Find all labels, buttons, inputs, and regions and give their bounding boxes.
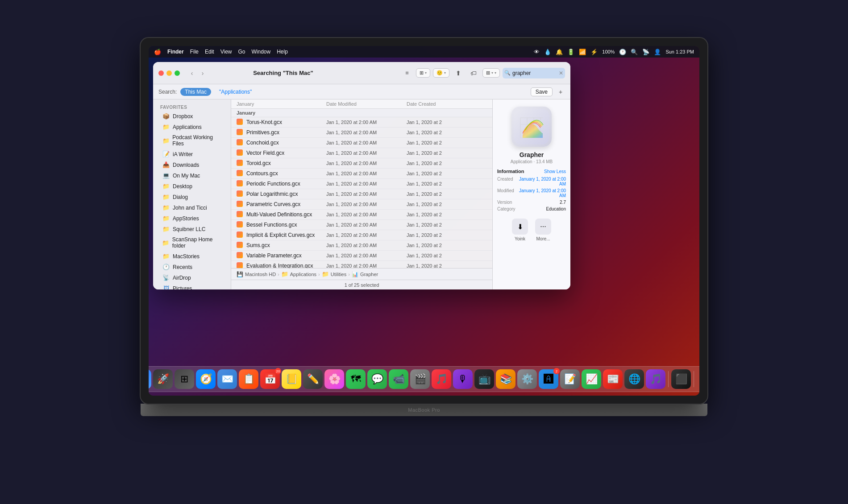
search-clear-btn[interactable]: ✕ bbox=[559, 70, 563, 76]
search-box[interactable]: 🔍 grapher ✕ bbox=[503, 68, 565, 78]
dock-appstore[interactable]: 🅰 2 bbox=[539, 369, 558, 389]
table-row[interactable]: Toroid.gcx Jan 1, 2020 at 2:00 AM Jan 1,… bbox=[231, 158, 492, 169]
sidebar-item-recents[interactable]: 🕐 Recents bbox=[155, 262, 229, 272]
sidebar-item-squibner[interactable]: 📁 Squibner LLC bbox=[155, 224, 229, 234]
close-button[interactable] bbox=[158, 70, 164, 76]
sidebar-item-applications[interactable]: 📁 Applications bbox=[155, 122, 229, 132]
forward-button[interactable]: › bbox=[198, 68, 208, 78]
table-row[interactable]: Torus-Knot.gcx Jan 1, 2020 at 2:00 AM Ja… bbox=[231, 117, 492, 128]
table-row[interactable]: Variable Parameter.gcx Jan 1, 2020 at 2:… bbox=[231, 251, 492, 261]
dock-music2[interactable]: 🎵 bbox=[646, 369, 665, 389]
preview-app-icon bbox=[511, 107, 552, 147]
dock-appletv[interactable]: 📺 bbox=[474, 369, 494, 389]
menu-view[interactable]: View bbox=[220, 49, 232, 55]
sidebar-item-airdrop[interactable]: 📡 AirDrop bbox=[155, 273, 229, 283]
add-filter-btn[interactable]: + bbox=[556, 87, 565, 96]
path-applications[interactable]: 📁 Applications bbox=[281, 271, 316, 277]
dock-maps[interactable]: 🗺 bbox=[346, 369, 366, 389]
table-row[interactable]: Evaluation & Integration.gcx Jan 1, 2020… bbox=[231, 261, 492, 268]
scope-applications[interactable]: "Applications" bbox=[215, 88, 256, 96]
tag-btn[interactable]: 🏷 bbox=[467, 68, 480, 78]
table-row[interactable]: Parametric Curves.gcx Jan 1, 2020 at 2:0… bbox=[231, 199, 492, 210]
dock-music[interactable]: 🎵 bbox=[432, 369, 451, 389]
menu-finder[interactable]: Finder bbox=[167, 49, 184, 55]
table-row[interactable]: Polar Logarithmic.gcx Jan 1, 2020 at 2:0… bbox=[231, 189, 492, 199]
path-utilities[interactable]: 📁 Utilities bbox=[322, 271, 346, 277]
table-row[interactable]: Bessel Functions.gcx Jan 1, 2020 at 2:00… bbox=[231, 220, 492, 230]
dock-calendar[interactable]: 📅 20 bbox=[260, 369, 280, 389]
sidebar-label-dialog: Dialog bbox=[173, 194, 188, 200]
dock-notes[interactable]: 📒 bbox=[282, 369, 301, 389]
dock-reminders[interactable]: 📋 bbox=[239, 369, 258, 389]
minimize-button[interactable] bbox=[166, 70, 172, 76]
file-list-scroll[interactable]: January Torus-Knot.gcx Jan 1, 2020 at 2:… bbox=[231, 109, 492, 268]
dock-finder[interactable]: 🔵 bbox=[149, 369, 151, 389]
more-btn[interactable]: ··· More... bbox=[535, 219, 551, 241]
info-row-category: Category Education bbox=[497, 207, 566, 211]
sidebar-item-iawriter[interactable]: 📝 iA Writer bbox=[155, 149, 229, 159]
dock-podcasts[interactable]: 🎙 bbox=[453, 369, 473, 389]
dock-wipr[interactable]: 🌐 bbox=[624, 369, 644, 389]
table-row[interactable]: Primitives.gcx Jan 1, 2020 at 2:00 AM Ja… bbox=[231, 128, 492, 138]
path-macintosh[interactable]: 💾 Macintosh HD bbox=[237, 271, 276, 277]
sidebar-item-desktop[interactable]: 📁 Desktop bbox=[155, 181, 229, 191]
back-button[interactable]: ‹ bbox=[187, 68, 197, 78]
dock-preferences[interactable]: ⚙️ bbox=[517, 369, 537, 389]
grid-view-btn[interactable]: ⊞▾ bbox=[416, 68, 430, 78]
dock-numbers[interactable]: 📈 bbox=[582, 369, 601, 389]
dock-news[interactable]: 📰 bbox=[603, 369, 623, 389]
table-row[interactable]: Implicit & Explicit Curves.gcx Jan 1, 20… bbox=[231, 230, 492, 240]
dock-trash[interactable]: 🗑 bbox=[697, 369, 699, 389]
search-query: grapher bbox=[512, 70, 531, 76]
save-search-btn[interactable]: Save bbox=[531, 87, 553, 96]
dock-messages[interactable]: 💬 bbox=[367, 369, 387, 389]
search-menubar-icon[interactable]: 🔍 bbox=[631, 49, 638, 55]
sidebar-item-podcast[interactable]: 📁 Podcast Working Files bbox=[155, 132, 229, 149]
list-view-btn[interactable]: ≡ bbox=[401, 68, 413, 78]
sidebar-item-onmymac[interactable]: 💻 On My Mac bbox=[155, 170, 229, 181]
menu-help[interactable]: Help bbox=[277, 49, 288, 55]
dock-facetime[interactable]: 📹 bbox=[389, 369, 408, 389]
scope-this-mac[interactable]: This Mac bbox=[180, 88, 211, 96]
sidebar-item-appstories[interactable]: 📁 AppStories bbox=[155, 213, 229, 223]
dock-imovie[interactable]: 🎬 bbox=[410, 369, 430, 389]
group-btn[interactable]: ⊞▾▾ bbox=[482, 68, 500, 78]
path-grapher[interactable]: 📊 Grapher bbox=[352, 271, 378, 277]
menu-window[interactable]: Window bbox=[252, 49, 271, 55]
yoink-btn[interactable]: ⬇ Yoink bbox=[512, 219, 528, 241]
dock-iterm[interactable]: ⬛ bbox=[671, 369, 691, 389]
show-less-btn[interactable]: Show Less bbox=[544, 169, 566, 174]
maximize-button[interactable] bbox=[175, 70, 180, 76]
sidebar-item-downloads[interactable]: 📥 Downloads bbox=[155, 160, 229, 170]
share-btn[interactable]: ⬆ bbox=[452, 68, 465, 78]
file-modified: Jan 1, 2020 at 2:00 AM bbox=[326, 202, 407, 207]
sidebar-item-dropbox[interactable]: 📦 Dropbox bbox=[155, 111, 229, 121]
sidebar-item-macstories[interactable]: 📁 MacStories bbox=[155, 251, 229, 261]
dock-launchpad[interactable]: 🚀 bbox=[153, 369, 173, 389]
notification-icon[interactable]: 🔔 bbox=[556, 49, 563, 55]
table-row[interactable]: Contours.gcx Jan 1, 2020 at 2:00 AM Jan … bbox=[231, 169, 492, 179]
sidebar-item-dialog[interactable]: 📁 Dialog bbox=[155, 192, 229, 202]
menu-edit[interactable]: Edit bbox=[205, 49, 214, 55]
dock-mail[interactable]: ✉️ bbox=[217, 369, 237, 389]
sidebar-item-pictures[interactable]: 🖼 Pictures bbox=[155, 283, 229, 289]
apple-menu-icon[interactable]: 🍎 bbox=[154, 49, 161, 55]
dock-photos[interactable]: 🌸 bbox=[324, 369, 344, 389]
emoji-btn[interactable]: 🙂▾ bbox=[433, 68, 449, 78]
dock-launchpad-grid[interactable]: ⊞ bbox=[175, 369, 194, 389]
dock-editor[interactable]: ✏️ bbox=[303, 369, 323, 389]
dock-books[interactable]: 📚 bbox=[496, 369, 515, 389]
dock-safari[interactable]: 🧭 bbox=[196, 369, 216, 389]
table-row[interactable]: Vector Field.gcx Jan 1, 2020 at 2:00 AM … bbox=[231, 148, 492, 158]
menu-file[interactable]: File bbox=[190, 49, 199, 55]
dock-craft[interactable]: 📝 bbox=[560, 369, 580, 389]
file-name: Torus-Knot.gcx bbox=[246, 119, 326, 125]
sidebar-item-johnticci[interactable]: 📁 John and Ticci bbox=[155, 202, 229, 213]
menu-go[interactable]: Go bbox=[238, 49, 245, 55]
file-name: Multi-Valued Definitions.gcx bbox=[246, 211, 326, 218]
table-row[interactable]: Conchoid.gcx Jan 1, 2020 at 2:00 AM Jan … bbox=[231, 138, 492, 148]
sidebar-item-scansnap[interactable]: 📁 ScanSnap Home folder bbox=[155, 235, 229, 251]
table-row[interactable]: Multi-Valued Definitions.gcx Jan 1, 2020… bbox=[231, 210, 492, 220]
table-row[interactable]: Periodic Functions.gcx Jan 1, 2020 at 2:… bbox=[231, 179, 492, 189]
table-row[interactable]: Sums.gcx Jan 1, 2020 at 2:00 AM Jan 1, 2… bbox=[231, 240, 492, 251]
